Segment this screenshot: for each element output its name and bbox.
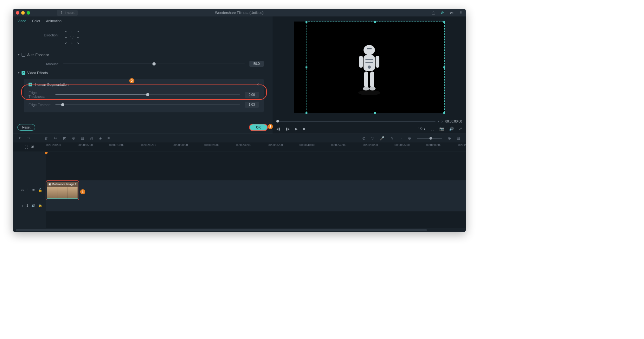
scrub-prev-icon[interactable]: ‹ [438, 119, 440, 124]
handle-tm[interactable] [374, 21, 376, 23]
zoom-layout-icon[interactable]: ▦ [457, 136, 460, 141]
timeline-h-scrollbar[interactable] [13, 228, 466, 232]
minimize-window-icon[interactable] [21, 11, 25, 15]
edge-thickness-slider[interactable] [55, 94, 240, 95]
fullscreen-icon[interactable]: ⤢ [459, 127, 462, 131]
handle-bm[interactable] [374, 112, 376, 114]
amount-slider[interactable] [63, 64, 245, 64]
human-seg-checkbox[interactable] [29, 83, 32, 86]
scrub-thumb[interactable] [276, 120, 279, 122]
scrub-next-icon[interactable]: › [441, 119, 443, 124]
next-frame-icon[interactable]: ▮▸ [286, 127, 290, 131]
svg-point-5 [368, 66, 371, 69]
ok-button[interactable]: OK 3 [249, 124, 268, 131]
account-icon[interactable]: ◌ [432, 10, 435, 15]
cloud-sync-icon[interactable]: ⟳ [441, 10, 444, 15]
preview-ratio-select[interactable]: 1/2 ▾ [418, 127, 425, 131]
amount-slider-thumb[interactable] [152, 62, 156, 66]
dir-r-icon[interactable]: → [75, 34, 80, 40]
direction-grid[interactable]: ↖↑↗ ←⛶→ ↙↓↘ [63, 28, 80, 46]
adjust-icon[interactable]: ≡ [107, 136, 110, 141]
play-icon[interactable]: ▶ [295, 127, 298, 131]
crop-icon[interactable]: ◩ [63, 136, 66, 141]
snapshot-icon[interactable]: 📷 [439, 127, 444, 131]
amount-value[interactable]: 50.0 [249, 61, 264, 67]
preview-frame[interactable] [294, 22, 445, 113]
marker-icon[interactable]: ▽ [371, 136, 374, 141]
edge-thickness-value[interactable]: 0.00 [245, 92, 259, 98]
timeline-magnet-icon[interactable]: ⌘ [31, 145, 35, 149]
handle-bl[interactable] [306, 112, 307, 114]
video-effects-header[interactable]: ▾ Video Effects [18, 68, 264, 77]
tab-color[interactable]: Color [32, 19, 40, 25]
preview-area[interactable] [273, 16, 466, 118]
handle-ml[interactable] [306, 66, 307, 68]
dir-tr-icon[interactable]: ↗ [75, 28, 80, 34]
dir-t-icon[interactable]: ↑ [69, 28, 75, 34]
dir-br-icon[interactable]: ↘ [75, 40, 80, 46]
reset-button[interactable]: Reset [17, 124, 35, 131]
tab-animation[interactable]: Animation [46, 19, 61, 25]
mixer-icon[interactable]: ♫ [390, 136, 393, 141]
scrub-nav: ‹ › [438, 119, 443, 124]
volume-icon[interactable]: 🔊 [449, 127, 454, 131]
edge-feather-value[interactable]: 1.03 [245, 102, 259, 108]
timeline-link-icon[interactable]: ⛶ [24, 145, 28, 149]
svg-rect-7 [376, 56, 379, 68]
auto-enhance-checkbox[interactable] [22, 53, 25, 57]
maximize-window-icon[interactable] [27, 11, 30, 15]
keyframe-icon[interactable]: ◈ [99, 136, 102, 141]
mute-icon[interactable]: 🔊 [31, 204, 35, 207]
stop-icon[interactable]: ■ [303, 127, 305, 131]
auto-enhance-header[interactable]: ▾ Auto Enhance [18, 50, 264, 59]
record-icon[interactable]: 🎤 [380, 136, 384, 141]
lock-icon[interactable]: 🔓 [38, 188, 42, 192]
video-effects-checkbox[interactable] [22, 71, 25, 75]
playhead[interactable] [46, 152, 46, 228]
captions-icon[interactable]: ▭ [399, 136, 402, 141]
timeline-h-scroll-thumb[interactable] [16, 229, 427, 231]
tab-video[interactable]: Video [17, 19, 26, 25]
prev-frame-icon[interactable]: ◂▮ [276, 127, 280, 131]
display-icon[interactable]: ⛶ [430, 127, 434, 131]
ok-label: OK [256, 126, 261, 129]
close-window-icon[interactable] [16, 11, 19, 15]
dir-b-icon[interactable]: ↓ [69, 40, 75, 46]
video-track-content[interactable]: ▣ Reference Image 2 1 [46, 180, 466, 200]
export-icon[interactable]: ⇪ [459, 10, 463, 15]
cut-icon[interactable]: ✂ [54, 136, 57, 141]
edge-thickness-thumb[interactable] [146, 93, 149, 96]
handle-tl[interactable] [306, 21, 307, 23]
scrub-track[interactable] [276, 121, 435, 122]
render-icon[interactable]: ⊙ [362, 136, 365, 141]
messages-icon[interactable]: ✉ [450, 10, 454, 15]
delete-icon[interactable]: 🗑 [44, 136, 48, 141]
dir-l-icon[interactable]: ← [63, 34, 69, 40]
zoom-out-icon[interactable]: ⊖ [408, 136, 411, 141]
audio-track-content[interactable] [46, 200, 466, 211]
handle-tr[interactable] [443, 21, 445, 23]
ratio-value: 1/2 [418, 127, 422, 131]
video-clip[interactable]: ▣ Reference Image 2 [47, 182, 78, 199]
zoom-slider[interactable] [417, 138, 442, 139]
dir-bl-icon[interactable]: ↙ [63, 40, 69, 46]
undo-icon[interactable]: ↶ [18, 136, 22, 141]
redo-icon[interactable]: ↷ [27, 136, 30, 141]
empty-track-2-content[interactable] [46, 211, 466, 228]
edge-feather-thumb[interactable] [61, 103, 64, 106]
empty-track-content[interactable] [46, 152, 466, 180]
handle-br[interactable] [443, 112, 445, 114]
dir-c-icon[interactable]: ⛶ [69, 34, 75, 40]
speed-icon[interactable]: ⊙ [72, 136, 75, 141]
timer-icon[interactable]: ◷ [90, 136, 93, 141]
import-button[interactable]: ⇧ Import [57, 10, 78, 16]
handle-mr[interactable] [443, 66, 445, 68]
remove-effect-icon[interactable]: × [256, 82, 259, 87]
dir-tl-icon[interactable]: ↖ [63, 28, 69, 34]
edge-feather-slider[interactable] [55, 104, 240, 105]
visibility-icon[interactable]: 👁 [32, 188, 35, 192]
lock-audio-icon[interactable]: 🔓 [38, 204, 42, 207]
zoom-in-icon[interactable]: ⊕ [448, 136, 451, 141]
color-icon[interactable]: ▦ [81, 136, 84, 141]
timeline-ruler[interactable]: 00:00:00:0000:00:05:0000:00:10:0000:00:1… [46, 142, 466, 152]
